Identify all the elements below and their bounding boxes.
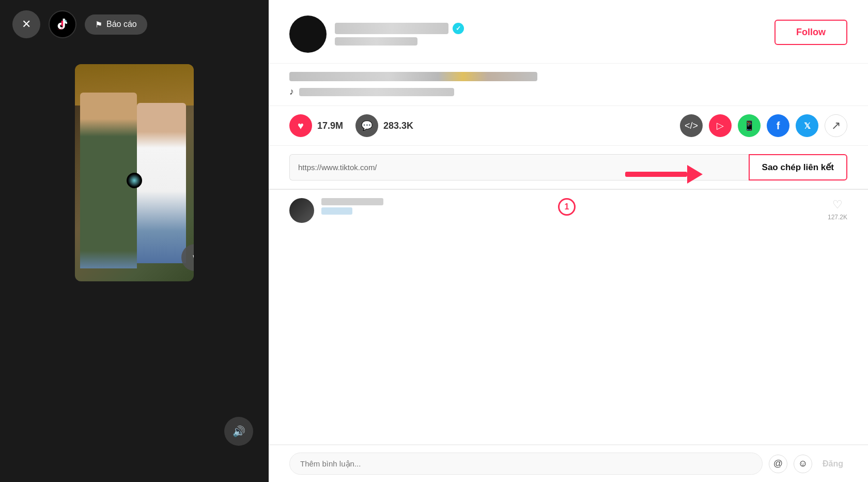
- comment-username-blur: [321, 198, 383, 205]
- username-row: ✓: [335, 23, 464, 34]
- comment-right: ♡ 127.2K: [828, 198, 847, 221]
- comment-avatar-image: [289, 198, 314, 223]
- caption-section: ♪: [269, 64, 868, 106]
- close-icon: ✕: [22, 18, 31, 31]
- music-text-blur: [299, 88, 454, 96]
- volume-icon: 🔊: [233, 425, 245, 438]
- username-blur: [335, 23, 448, 34]
- share-icons: </> ▷ 📱 f 𝕏 ↗: [680, 114, 847, 137]
- stats-row: ♥ 17.9M 💬 283.3K: [289, 114, 413, 137]
- tiktok-icon: [55, 17, 70, 32]
- comment-input[interactable]: [289, 453, 763, 475]
- direct-share-button[interactable]: ▷: [709, 114, 732, 137]
- tiktok-logo: [49, 10, 76, 38]
- top-bar: ✕ ⚑ Báo cáo: [0, 0, 269, 49]
- post-comment-button[interactable]: Đăng: [818, 459, 847, 469]
- embed-icon: </>: [685, 120, 698, 131]
- comment-avatar: [289, 198, 314, 223]
- heart-icon[interactable]: ♥: [289, 114, 312, 137]
- comment-text-blur: [321, 207, 352, 215]
- arrow-head-icon: [687, 165, 703, 184]
- left-panel: ✕ ⚑ Báo cáo: [0, 0, 269, 482]
- twitter-share-button[interactable]: 𝕏: [796, 114, 818, 137]
- whatsapp-share-button[interactable]: 📱: [738, 114, 761, 137]
- at-icon: @: [773, 458, 783, 469]
- link-copy-row: Sao chép liên kết: [289, 154, 847, 180]
- profile-section: ✓ Follow: [269, 0, 868, 64]
- comments-count: 283.3K: [383, 120, 413, 131]
- profile-left: ✓: [289, 16, 464, 53]
- stats-share-section: ♥ 17.9M 💬 283.3K </> ▷ 📱 f 𝕏: [269, 106, 868, 146]
- comment-heart-icon[interactable]: ♡: [832, 198, 843, 212]
- comment-input-section: @ ☺ Đăng: [269, 445, 868, 482]
- direct-icon: ▷: [717, 120, 724, 131]
- close-button[interactable]: ✕: [12, 10, 40, 38]
- twitter-icon: 𝕏: [804, 121, 811, 131]
- verified-badge: ✓: [453, 23, 464, 34]
- more-share-button[interactable]: ↗: [825, 114, 847, 137]
- music-row: ♪: [289, 86, 847, 97]
- right-panel: ✓ Follow ♪ ♥ 17.9M 💬 283.3K: [269, 0, 868, 482]
- report-label: Báo cáo: [106, 20, 137, 29]
- volume-button[interactable]: 🔊: [224, 417, 253, 446]
- likes-stat: ♥ 17.9M: [289, 114, 343, 137]
- report-button[interactable]: ⚑ Báo cáo: [85, 14, 147, 35]
- video-thumbnail: [75, 64, 194, 281]
- comment-like-count: 127.2K: [828, 214, 847, 221]
- whatsapp-icon: 📱: [743, 120, 755, 131]
- chevron-down-icon: ∨: [192, 252, 194, 263]
- music-note-icon: ♪: [289, 86, 294, 97]
- comment-bubble-icon[interactable]: 💬: [355, 114, 378, 137]
- arrow-shaft: [625, 172, 687, 177]
- flag-icon: ⚑: [95, 20, 102, 29]
- caption-text-blur: [289, 72, 537, 81]
- embed-share-button[interactable]: </>: [680, 114, 703, 137]
- emoji-button[interactable]: ☺: [794, 455, 812, 473]
- emoji-icon: ☺: [798, 458, 808, 469]
- copy-link-button[interactable]: Sao chép liên kết: [749, 154, 847, 180]
- follow-button[interactable]: Follow: [774, 20, 847, 45]
- comments-stat: 💬 283.3K: [355, 114, 413, 137]
- likes-count: 17.9M: [317, 120, 343, 131]
- share-more-icon: ↗: [831, 119, 841, 132]
- link-copy-wrapper: Sao chép liên kết 1: [269, 146, 868, 190]
- mention-button[interactable]: @: [769, 455, 787, 473]
- arrow-annotation: [625, 165, 703, 184]
- display-name-blur: [335, 37, 417, 46]
- video-container: ∨: [75, 64, 194, 281]
- step-1-badge: 1: [558, 198, 576, 216]
- facebook-icon: f: [777, 120, 780, 132]
- profile-info: ✓: [335, 23, 464, 46]
- avatar: [289, 16, 327, 53]
- comments-section[interactable]: ♡ 127.2K: [269, 190, 868, 445]
- facebook-share-button[interactable]: f: [767, 114, 789, 137]
